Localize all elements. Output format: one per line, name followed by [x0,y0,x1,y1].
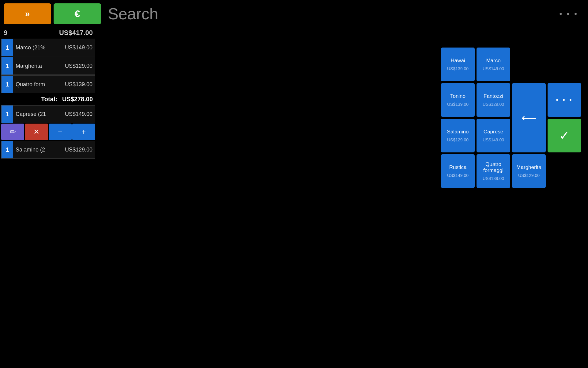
product-tile-margherita[interactable]: MargheritaUS$129.00 [512,154,546,188]
product-name: Caprese [484,129,503,135]
product-name: Marco [486,58,500,64]
edit-icon: ✏ [10,128,16,136]
action-buttons: ✏ ✕ − + [1,124,95,140]
forward-icon: » [25,9,30,19]
order-summary: 9 US$417.00 [0,28,96,38]
product-price: US$149.00 [447,173,469,178]
item-qty: 1 [2,141,13,158]
euro-icon: € [75,8,80,20]
product-name: Tonino [450,93,466,99]
order-item[interactable]: 1 Quatro form US$139.00 [1,75,95,93]
product-tile-confirm[interactable]: ✓ [548,119,581,152]
search-label: Search [108,5,557,23]
order-item[interactable]: 1 Salamino (2 US$129.00 [1,141,95,159]
item-price: US$149.00 [65,44,95,51]
product-name: Rustica [449,164,467,171]
product-name: Hawai [450,58,465,64]
product-price: US$149.00 [483,137,504,142]
product-price: US$139.00 [447,102,469,107]
plus-button[interactable]: + [72,124,95,140]
order-panel: 9 US$417.00 1 Marco (21% US$149.00 1 Mar… [0,28,96,159]
item-qty: 1 [2,57,13,75]
product-price: US$129.00 [518,173,540,178]
order-total-row: Total: US$278.00 [0,94,96,105]
product-tile-marco[interactable]: MarcoUS$149.00 [477,48,510,81]
item-qty: 1 [2,76,13,93]
item-price: US$129.00 [65,63,95,69]
edit-button[interactable]: ✏ [1,124,24,140]
product-price: US$139.00 [447,66,469,71]
order-total-header: US$417.00 [59,29,93,37]
item-price: US$129.00 [65,147,95,153]
order-item[interactable]: 1 Margherita US$129.00 [1,57,95,75]
selected-item-price: US$149.00 [65,111,95,117]
top-bar: » € Search • • • [0,0,588,28]
product-tile-dots-top[interactable]: • • • [548,83,581,117]
selected-item-name: Caprese (21 [13,111,65,117]
product-tile-fantozzi[interactable]: FantozziUS$129.00 [477,83,510,117]
delete-icon: ✕ [33,128,40,136]
item-name: Margherita [13,63,65,69]
product-price: US$129.00 [447,137,469,142]
minus-icon: − [58,128,62,136]
product-name: Quatro formaggi [478,161,508,174]
product-tile-rustica[interactable]: RusticaUS$149.00 [441,154,475,188]
product-price: US$149.00 [483,66,504,71]
product-tile-salamino[interactable]: SalaminoUS$129.00 [441,119,475,152]
product-name: Salamino [447,129,469,135]
forward-button[interactable]: » [4,3,51,24]
product-tile-caprese[interactable]: CapreseUS$149.00 [477,119,510,152]
confirm-icon: ✓ [559,128,570,143]
product-grid: HawaiUS$139.00MarcoUS$149.00• • •⟵Tonino… [441,48,581,188]
product-tile-backspace[interactable]: ⟵ [512,83,546,152]
order-item[interactable]: 1 Marco (21% US$149.00 [1,39,95,56]
product-name: Fantozzi [484,93,503,99]
euro-button[interactable]: € [54,3,101,24]
product-price: US$129.00 [483,102,504,107]
minus-button[interactable]: − [49,124,72,140]
item-qty: 1 [2,39,13,56]
order-count: 9 [4,29,7,37]
product-tile-quatro[interactable]: Quatro formaggiUS$139.00 [477,154,510,188]
dots-icon: • • • [556,96,573,104]
product-tile-tonino[interactable]: ToninoUS$139.00 [441,83,475,117]
total-label: Total: [41,96,57,103]
product-price: US$139.00 [483,176,504,181]
more-dots[interactable]: • • • [559,9,578,19]
item-price: US$139.00 [65,81,95,88]
backspace-icon: ⟵ [522,112,537,124]
item-name: Marco (21% [13,44,65,51]
delete-button[interactable]: ✕ [25,124,48,140]
product-tile-hawai[interactable]: HawaiUS$139.00 [441,48,475,81]
product-name: Margherita [516,164,541,171]
selected-order-item[interactable]: 1 Caprese (21 US$149.00 [1,105,95,123]
item-name: Quatro form [13,81,65,88]
selected-item-qty: 1 [2,105,13,123]
plus-icon: + [81,128,86,136]
item-name: Salamino (2 [13,147,65,153]
total-value: US$278.00 [62,96,93,103]
